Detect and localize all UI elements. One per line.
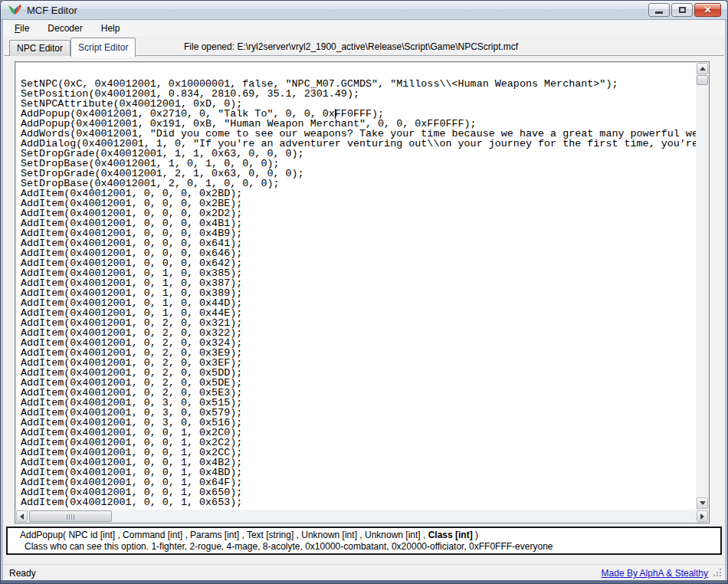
scroll-down-button[interactable] bbox=[697, 497, 708, 509]
status-bar: Ready Made By AlphA & Stealthy bbox=[3, 564, 725, 580]
status-message: Ready bbox=[9, 568, 36, 579]
titlebar[interactable]: MCF Editor ✕ bbox=[1, 1, 727, 20]
app-logo-icon bbox=[7, 4, 22, 16]
tab-npc-editor[interactable]: NPC Editor bbox=[9, 40, 71, 56]
signature-prefix: AddPopup( NPC id [int] , Command [int] ,… bbox=[20, 530, 428, 540]
command-description: Class who can see this option. 1-fighter… bbox=[20, 541, 720, 553]
maximize-button[interactable] bbox=[671, 3, 693, 17]
minimize-icon bbox=[655, 11, 663, 14]
command-signature: AddPopup( NPC id [int] , Command [int] ,… bbox=[20, 530, 720, 541]
mcf-editor-window: MCF Editor ✕ File Decoder Help NPC Edito… bbox=[0, 0, 728, 584]
arrow-down-icon bbox=[700, 501, 706, 505]
script-editor-page: SetNPC(0xC, 0x40012001, 0x10000001, fals… bbox=[4, 55, 724, 524]
credits-link[interactable]: Made By AlphA & Stealthy bbox=[602, 568, 708, 579]
close-icon: ✕ bbox=[703, 5, 711, 15]
script-text-editor[interactable]: SetNPC(0xC, 0x40012001, 0x10000001, fals… bbox=[15, 61, 710, 523]
resize-grip-icon[interactable] bbox=[713, 569, 721, 576]
scroll-left-button[interactable] bbox=[16, 510, 28, 522]
arrow-right-icon bbox=[700, 513, 704, 520]
scroll-up-button[interactable] bbox=[697, 63, 708, 74]
window-title: MCF Editor bbox=[27, 5, 77, 16]
minimize-button[interactable] bbox=[648, 3, 670, 17]
arrow-left-icon bbox=[20, 513, 24, 520]
menu-help[interactable]: Help bbox=[94, 21, 127, 36]
script-text-content[interactable]: SetNPC(0xC, 0x40012001, 0x10000001, fals… bbox=[15, 62, 696, 510]
file-opened-label: File opened: E:\ryl2server\vryl2_1900_ac… bbox=[184, 41, 518, 52]
command-help-panel: AddPopup( NPC id [int] , Command [int] ,… bbox=[6, 527, 722, 555]
close-button[interactable]: ✕ bbox=[694, 3, 721, 17]
signature-class-param: Class [int] bbox=[428, 530, 473, 540]
horizontal-scrollbar-thumb[interactable] bbox=[29, 510, 112, 522]
horizontal-scrollbar[interactable] bbox=[15, 510, 709, 523]
menu-bar: File Decoder Help bbox=[3, 20, 725, 36]
tab-script-editor[interactable]: Script Editor bbox=[71, 38, 136, 57]
window-controls: ✕ bbox=[647, 3, 721, 17]
scroll-right-button[interactable] bbox=[697, 510, 708, 522]
menu-file[interactable]: File bbox=[8, 21, 36, 36]
menu-file-rest: ile bbox=[20, 23, 29, 34]
vertical-scrollbar-thumb[interactable] bbox=[697, 75, 708, 85]
menu-decoder[interactable]: Decoder bbox=[41, 21, 89, 36]
vertical-scrollbar[interactable] bbox=[696, 62, 709, 510]
tab-strip: NPC Editor Script Editor bbox=[9, 35, 136, 56]
code-line: AddItem(0x40012001, 0, 0, 1, 0x653); bbox=[21, 497, 696, 507]
text-caret bbox=[335, 109, 336, 119]
signature-suffix: ) bbox=[473, 530, 478, 540]
maximize-icon bbox=[679, 7, 686, 13]
arrow-up-icon bbox=[700, 67, 706, 71]
